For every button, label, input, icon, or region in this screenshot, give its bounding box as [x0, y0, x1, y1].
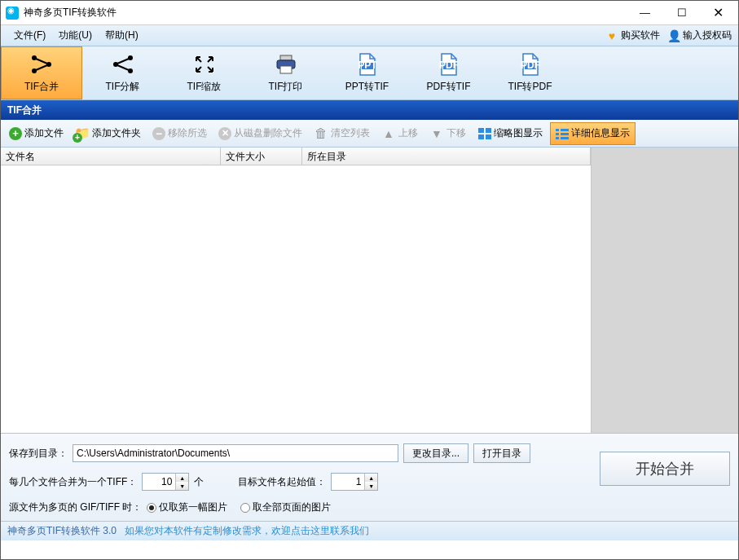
- open-dir-button[interactable]: 打开目录: [473, 443, 530, 463]
- printer-icon: [273, 52, 299, 77]
- menu-file[interactable]: 文件(F): [7, 29, 52, 42]
- buy-software-link[interactable]: ♥ 购买软件: [606, 29, 660, 42]
- radio-all-pages[interactable]: 取全部页面的图片: [240, 500, 331, 514]
- user-icon: 👤: [668, 30, 680, 42]
- perfile-spinner[interactable]: ▲▼: [142, 473, 189, 491]
- tab-tif-to-pdf[interactable]: PDF TIF转PDF: [490, 46, 571, 99]
- svg-rect-6: [280, 55, 292, 60]
- startname-input[interactable]: [332, 474, 364, 490]
- arrow-up-icon: ▲: [381, 126, 396, 141]
- thumbnail-view-button[interactable]: 缩略图显示: [473, 122, 548, 145]
- startname-down-icon[interactable]: ▼: [365, 482, 377, 490]
- move-up-button[interactable]: ▲ 上移: [376, 122, 423, 145]
- svg-rect-20: [561, 129, 569, 131]
- main-tabs: TIF合并 TIF分解 TIF缩放 TIF打印 PPT PPT转TIF PDF …: [1, 46, 738, 100]
- col-filesize[interactable]: 文件大小: [221, 148, 302, 165]
- tab-tif-split[interactable]: TIF分解: [82, 46, 164, 99]
- clear-list-button[interactable]: 🗑 清空列表: [309, 122, 375, 145]
- scale-icon: [191, 52, 218, 77]
- pdf-file-icon: PDF: [517, 52, 543, 77]
- tab-tif-merge[interactable]: TIF合并: [1, 46, 82, 99]
- table-body[interactable]: [1, 165, 591, 433]
- tab-ppt-to-tif[interactable]: PPT PPT转TIF: [327, 46, 408, 99]
- folder-plus-icon: 📁+: [75, 126, 90, 141]
- split-icon: [110, 52, 136, 77]
- change-dir-button[interactable]: 更改目录...: [403, 443, 468, 463]
- minus-icon: −: [152, 127, 165, 140]
- savedir-input[interactable]: [73, 444, 398, 462]
- window-title: 神奇多页TIF转换软件: [24, 6, 627, 20]
- svg-text:PDF: PDF: [521, 60, 540, 71]
- svg-rect-15: [478, 128, 484, 133]
- perfile-up-icon[interactable]: ▲: [176, 474, 188, 482]
- file-toolbar: + 添加文件 📁+ 添加文件夹 − 移除所选 ✕ 从磁盘删除文件 🗑 清空列表 …: [1, 120, 738, 148]
- plus-icon: +: [9, 127, 22, 140]
- content-area: 文件名 文件大小 所在目录: [1, 148, 738, 433]
- svg-rect-24: [561, 137, 569, 139]
- perfile-down-icon[interactable]: ▼: [176, 482, 188, 490]
- delete-from-disk-button[interactable]: ✕ 从磁盘删除文件: [213, 122, 307, 145]
- detail-list-icon: [556, 128, 569, 139]
- add-file-button[interactable]: + 添加文件: [4, 122, 68, 145]
- trash-icon: 🗑: [314, 126, 328, 141]
- x-circle-icon: ✕: [218, 127, 231, 140]
- thumbnail-icon: [478, 128, 491, 139]
- preview-panel: [592, 148, 738, 433]
- enter-authcode-link[interactable]: 👤 输入授权码: [668, 29, 732, 42]
- arrow-down-icon: ▼: [429, 126, 444, 141]
- file-list-table: 文件名 文件大小 所在目录: [1, 148, 592, 433]
- svg-rect-21: [556, 133, 559, 135]
- minimize-button[interactable]: —: [627, 2, 663, 24]
- menu-function[interactable]: 功能(U): [52, 29, 99, 42]
- version-label: 神奇多页TIF转换软件 3.0: [7, 524, 117, 538]
- svg-text:PDF: PDF: [439, 60, 459, 71]
- svg-rect-22: [561, 133, 569, 135]
- detail-view-button[interactable]: 详细信息显示: [550, 122, 636, 145]
- radio-dot-icon: [240, 503, 250, 513]
- svg-rect-18: [486, 134, 491, 139]
- statusbar: 神奇多页TIF转换软件 3.0 如果您对本软件有定制修改需求，欢迎点击这里联系我…: [1, 521, 738, 540]
- menubar: 文件(F) 功能(U) 帮助(H) ♥ 购买软件 👤 输入授权码: [1, 25, 738, 46]
- pdf-file-icon: PDF: [436, 52, 462, 77]
- perfile-label: 每几个文件合并为一个TIFF：: [9, 475, 137, 489]
- startname-spinner[interactable]: ▲▼: [331, 473, 378, 491]
- svg-text:PPT: PPT: [358, 60, 377, 71]
- start-merge-button[interactable]: 开始合并: [600, 452, 730, 486]
- svg-rect-19: [556, 129, 559, 131]
- menu-help[interactable]: 帮助(H): [99, 29, 145, 42]
- col-folder[interactable]: 所在目录: [302, 148, 591, 165]
- svg-rect-17: [478, 134, 484, 139]
- col-filename[interactable]: 文件名: [1, 148, 221, 165]
- settings-panel: 保存到目录： 更改目录... 打开目录 每几个文件合并为一个TIFF： ▲▼ 个…: [1, 433, 738, 521]
- table-header: 文件名 文件大小 所在目录: [1, 148, 591, 165]
- move-down-button[interactable]: ▼ 下移: [424, 122, 471, 145]
- tab-pdf-to-tif[interactable]: PDF PDF转TIF: [408, 46, 490, 99]
- perfile-input[interactable]: [143, 474, 175, 490]
- perfile-unit: 个: [194, 475, 204, 489]
- startname-up-icon[interactable]: ▲: [365, 474, 377, 482]
- close-button[interactable]: ✕: [700, 2, 737, 24]
- heart-icon: ♥: [606, 30, 618, 42]
- merge-icon: [29, 52, 55, 77]
- customization-link[interactable]: 如果您对本软件有定制修改需求，欢迎点击这里联系我们: [125, 524, 369, 538]
- savedir-label: 保存到目录：: [9, 447, 68, 461]
- section-title: TIF合并: [1, 100, 738, 120]
- ppt-file-icon: PPT: [354, 52, 380, 77]
- svg-rect-23: [556, 137, 559, 139]
- maximize-button[interactable]: ☐: [663, 2, 700, 24]
- tab-tif-scale[interactable]: TIF缩放: [164, 46, 245, 99]
- tab-tif-print[interactable]: TIF打印: [245, 46, 327, 99]
- startname-label: 目标文件名起始值：: [238, 475, 326, 489]
- multipage-label: 源文件为多页的 GIF/TIFF 时：: [9, 500, 142, 514]
- titlebar: 神奇多页TIF转换软件 — ☐ ✕: [1, 1, 738, 25]
- radio-dot-icon: [147, 503, 156, 513]
- app-logo-icon: [6, 7, 19, 20]
- svg-rect-8: [280, 66, 292, 73]
- add-folder-button[interactable]: 📁+ 添加文件夹: [70, 122, 146, 145]
- remove-selected-button[interactable]: − 移除所选: [147, 122, 212, 145]
- svg-rect-16: [486, 128, 491, 133]
- radio-first-page[interactable]: 仅取第一幅图片: [147, 500, 227, 514]
